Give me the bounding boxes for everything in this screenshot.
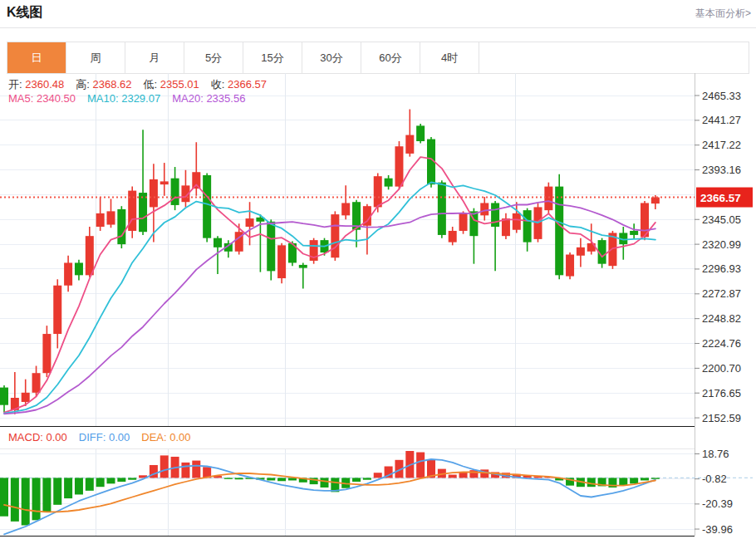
main-axis-label: 2248.82 bbox=[702, 312, 741, 325]
main-axis-label: 2417.22 bbox=[702, 139, 741, 151]
main-axis-label: 2176.65 bbox=[702, 387, 741, 399]
pane-borders bbox=[0, 73, 695, 537]
macd-histogram bbox=[0, 451, 660, 525]
y-axis-macd: 18.76-0.82-20.39-39.96 bbox=[695, 448, 733, 536]
macd-axis-label: 18.76 bbox=[702, 448, 729, 460]
diff-line bbox=[4, 459, 655, 534]
macd-axis-label: -20.39 bbox=[702, 497, 733, 510]
main-axis-label: 2272.87 bbox=[702, 287, 741, 300]
main-axis-label: 2345.05 bbox=[702, 213, 741, 226]
kline-chart[interactable]: 2465.332441.272417.222393.162345.052320.… bbox=[0, 0, 756, 539]
macd-axis-label: -0.82 bbox=[702, 473, 727, 485]
main-axis-label: 2224.76 bbox=[702, 337, 741, 350]
main-gridlines bbox=[0, 96, 695, 418]
main-axis-label: 2465.33 bbox=[702, 90, 741, 102]
main-axis-label: 2441.27 bbox=[702, 114, 741, 126]
macd-axis-label: -39.96 bbox=[702, 523, 733, 536]
main-axis-label: 2296.93 bbox=[702, 262, 741, 275]
current-price-badge-text: 2366.57 bbox=[700, 192, 741, 204]
y-axis-main: 2465.332441.272417.222393.162345.052320.… bbox=[695, 90, 741, 424]
main-axis-label: 2393.16 bbox=[702, 164, 741, 176]
main-axis-label: 2320.99 bbox=[702, 238, 741, 251]
vertical-gridlines bbox=[96, 73, 515, 536]
main-axis-label: 2200.70 bbox=[702, 362, 741, 375]
current-price-badge: 2366.57 bbox=[696, 188, 753, 208]
main-axis-label: 2152.59 bbox=[702, 412, 741, 424]
